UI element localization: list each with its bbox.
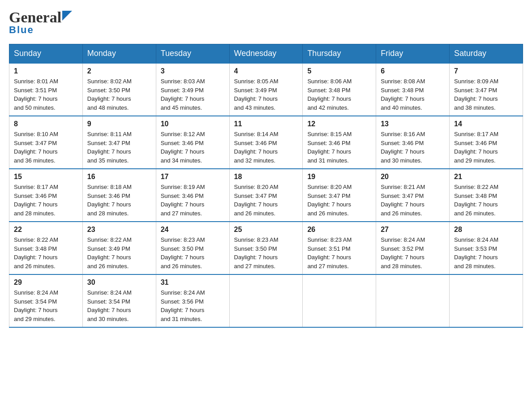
day-info: Sunrise: 8:24 AM Sunset: 3:56 PM Dayligh… — [161, 288, 225, 323]
day-info: Sunrise: 8:22 AM Sunset: 3:49 PM Dayligh… — [87, 235, 151, 270]
day-number: 3 — [161, 67, 225, 75]
day-number: 13 — [381, 120, 445, 128]
week-row-2: 8 Sunrise: 8:10 AM Sunset: 3:47 PM Dayli… — [9, 116, 523, 169]
day-number: 7 — [454, 67, 518, 75]
logo: General Blue — [9, 9, 72, 36]
day-cell-11: 11 Sunrise: 8:14 AM Sunset: 3:46 PM Dayl… — [229, 116, 303, 169]
day-info: Sunrise: 8:19 AM Sunset: 3:46 PM Dayligh… — [161, 183, 225, 218]
logo-blue-text: Blue — [9, 24, 34, 36]
day-number: 18 — [234, 173, 298, 181]
empty-cell-w4-c4 — [303, 274, 376, 327]
day-info: Sunrise: 8:23 AM Sunset: 3:50 PM Dayligh… — [234, 235, 298, 270]
day-number: 2 — [87, 67, 151, 75]
day-number: 9 — [87, 120, 151, 128]
day-number: 17 — [161, 173, 225, 181]
day-cell-22: 22 Sunrise: 8:22 AM Sunset: 3:48 PM Dayl… — [9, 222, 83, 274]
day-cell-23: 23 Sunrise: 8:22 AM Sunset: 3:49 PM Dayl… — [82, 222, 156, 274]
day-info: Sunrise: 8:23 AM Sunset: 3:50 PM Dayligh… — [161, 235, 225, 270]
day-cell-2: 2 Sunrise: 8:02 AM Sunset: 3:50 PM Dayli… — [82, 63, 156, 116]
day-info: Sunrise: 8:12 AM Sunset: 3:46 PM Dayligh… — [161, 130, 225, 165]
week-row-4: 22 Sunrise: 8:22 AM Sunset: 3:48 PM Dayl… — [9, 222, 523, 274]
day-info: Sunrise: 8:20 AM Sunset: 3:47 PM Dayligh… — [234, 183, 298, 218]
header-monday: Monday — [82, 44, 156, 64]
day-cell-29: 29 Sunrise: 8:24 AM Sunset: 3:54 PM Dayl… — [9, 274, 83, 327]
day-cell-9: 9 Sunrise: 8:11 AM Sunset: 3:47 PM Dayli… — [82, 116, 156, 169]
day-info: Sunrise: 8:23 AM Sunset: 3:51 PM Dayligh… — [307, 235, 371, 270]
day-cell-28: 28 Sunrise: 8:24 AM Sunset: 3:53 PM Dayl… — [450, 222, 523, 274]
day-cell-18: 18 Sunrise: 8:20 AM Sunset: 3:47 PM Dayl… — [229, 169, 303, 222]
day-number: 24 — [161, 226, 225, 234]
day-info: Sunrise: 8:22 AM Sunset: 3:48 PM Dayligh… — [454, 183, 518, 218]
week-row-5: 29 Sunrise: 8:24 AM Sunset: 3:54 PM Dayl… — [9, 274, 523, 327]
day-number: 25 — [234, 226, 298, 234]
day-cell-27: 27 Sunrise: 8:24 AM Sunset: 3:52 PM Dayl… — [376, 222, 450, 274]
day-cell-17: 17 Sunrise: 8:19 AM Sunset: 3:46 PM Dayl… — [156, 169, 229, 222]
day-number: 11 — [234, 120, 298, 128]
day-cell-20: 20 Sunrise: 8:21 AM Sunset: 3:47 PM Dayl… — [376, 169, 450, 222]
calendar-table: SundayMondayTuesdayWednesdayThursdayFrid… — [9, 44, 523, 328]
day-info: Sunrise: 8:15 AM Sunset: 3:46 PM Dayligh… — [307, 130, 371, 165]
day-info: Sunrise: 8:24 AM Sunset: 3:54 PM Dayligh… — [87, 288, 151, 323]
day-number: 8 — [14, 120, 78, 128]
day-info: Sunrise: 8:14 AM Sunset: 3:46 PM Dayligh… — [234, 130, 298, 165]
day-number: 4 — [234, 67, 298, 75]
day-number: 19 — [307, 173, 371, 181]
day-info: Sunrise: 8:18 AM Sunset: 3:46 PM Dayligh… — [87, 183, 151, 218]
day-info: Sunrise: 8:24 AM Sunset: 3:52 PM Dayligh… — [381, 235, 445, 270]
day-cell-3: 3 Sunrise: 8:03 AM Sunset: 3:49 PM Dayli… — [156, 63, 229, 116]
day-number: 21 — [454, 173, 518, 181]
day-info: Sunrise: 8:05 AM Sunset: 3:49 PM Dayligh… — [234, 77, 298, 112]
day-cell-24: 24 Sunrise: 8:23 AM Sunset: 3:50 PM Dayl… — [156, 222, 229, 274]
day-info: Sunrise: 8:20 AM Sunset: 3:47 PM Dayligh… — [307, 183, 371, 218]
calendar-header-row: SundayMondayTuesdayWednesdayThursdayFrid… — [9, 44, 523, 64]
day-cell-6: 6 Sunrise: 8:08 AM Sunset: 3:48 PM Dayli… — [376, 63, 450, 116]
header-sunday: Sunday — [9, 44, 83, 64]
logo-icon: General — [9, 9, 72, 26]
day-cell-5: 5 Sunrise: 8:06 AM Sunset: 3:48 PM Dayli… — [303, 63, 376, 116]
day-number: 1 — [14, 67, 78, 75]
day-cell-13: 13 Sunrise: 8:16 AM Sunset: 3:46 PM Dayl… — [376, 116, 450, 169]
day-info: Sunrise: 8:16 AM Sunset: 3:46 PM Dayligh… — [381, 130, 445, 165]
day-info: Sunrise: 8:08 AM Sunset: 3:48 PM Dayligh… — [381, 77, 445, 112]
week-row-3: 15 Sunrise: 8:17 AM Sunset: 3:46 PM Dayl… — [9, 169, 523, 222]
day-info: Sunrise: 8:10 AM Sunset: 3:47 PM Dayligh… — [14, 130, 78, 165]
day-number: 28 — [454, 226, 518, 234]
day-cell-25: 25 Sunrise: 8:23 AM Sunset: 3:50 PM Dayl… — [229, 222, 303, 274]
day-cell-30: 30 Sunrise: 8:24 AM Sunset: 3:54 PM Dayl… — [82, 274, 156, 327]
day-number: 6 — [381, 67, 445, 75]
day-info: Sunrise: 8:21 AM Sunset: 3:47 PM Dayligh… — [381, 183, 445, 218]
day-info: Sunrise: 8:17 AM Sunset: 3:46 PM Dayligh… — [14, 183, 78, 218]
day-cell-21: 21 Sunrise: 8:22 AM Sunset: 3:48 PM Dayl… — [450, 169, 523, 222]
day-info: Sunrise: 8:17 AM Sunset: 3:46 PM Dayligh… — [454, 130, 518, 165]
day-cell-7: 7 Sunrise: 8:09 AM Sunset: 3:47 PM Dayli… — [450, 63, 523, 116]
day-info: Sunrise: 8:24 AM Sunset: 3:53 PM Dayligh… — [454, 235, 518, 270]
day-cell-26: 26 Sunrise: 8:23 AM Sunset: 3:51 PM Dayl… — [303, 222, 376, 274]
day-info: Sunrise: 8:09 AM Sunset: 3:47 PM Dayligh… — [454, 77, 518, 112]
week-row-1: 1 Sunrise: 8:01 AM Sunset: 3:51 PM Dayli… — [9, 63, 523, 116]
day-number: 15 — [14, 173, 78, 181]
day-number: 5 — [307, 67, 371, 75]
day-number: 10 — [161, 120, 225, 128]
day-cell-4: 4 Sunrise: 8:05 AM Sunset: 3:49 PM Dayli… — [229, 63, 303, 116]
day-info: Sunrise: 8:11 AM Sunset: 3:47 PM Dayligh… — [87, 130, 151, 165]
empty-cell-w4-c3 — [229, 274, 303, 327]
header-thursday: Thursday — [303, 44, 376, 64]
day-info: Sunrise: 8:06 AM Sunset: 3:48 PM Dayligh… — [307, 77, 371, 112]
day-number: 29 — [14, 278, 78, 287]
logo-general-text: General — [9, 9, 61, 26]
header-friday: Friday — [376, 44, 450, 64]
day-number: 20 — [381, 173, 445, 181]
day-number: 14 — [454, 120, 518, 128]
day-cell-12: 12 Sunrise: 8:15 AM Sunset: 3:46 PM Dayl… — [303, 116, 376, 169]
day-cell-19: 19 Sunrise: 8:20 AM Sunset: 3:47 PM Dayl… — [303, 169, 376, 222]
header-saturday: Saturday — [450, 44, 523, 64]
header-tuesday: Tuesday — [156, 44, 229, 64]
empty-cell-w4-c5 — [376, 274, 450, 327]
day-number: 23 — [87, 226, 151, 234]
day-info: Sunrise: 8:02 AM Sunset: 3:50 PM Dayligh… — [87, 77, 151, 112]
day-info: Sunrise: 8:24 AM Sunset: 3:54 PM Dayligh… — [14, 288, 78, 323]
day-cell-14: 14 Sunrise: 8:17 AM Sunset: 3:46 PM Dayl… — [450, 116, 523, 169]
day-number: 31 — [161, 278, 225, 287]
day-cell-10: 10 Sunrise: 8:12 AM Sunset: 3:46 PM Dayl… — [156, 116, 229, 169]
empty-cell-w4-c6 — [450, 274, 523, 327]
